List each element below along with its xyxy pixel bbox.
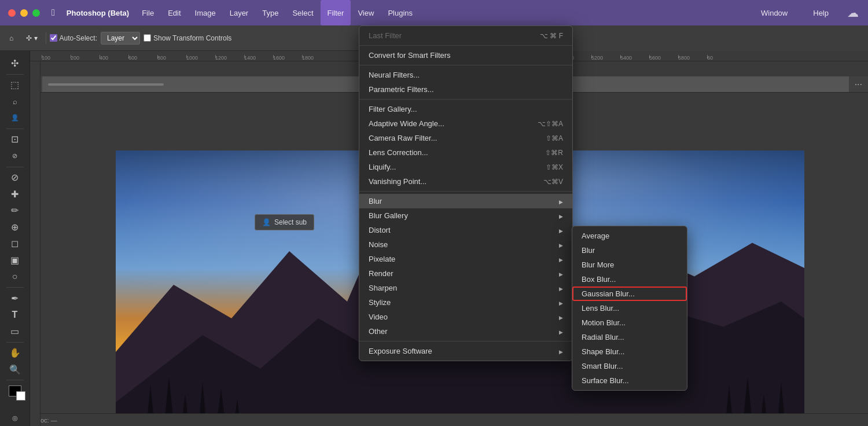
blur-more-label: Blur More bbox=[582, 260, 614, 269]
tool-hand[interactable]: ✋ bbox=[6, 345, 24, 361]
tool-clone[interactable]: ⊕ bbox=[6, 219, 24, 235]
submenu-radial-blur[interactable]: Radial Blur... bbox=[572, 330, 687, 344]
submenu-blur[interactable]: Blur bbox=[572, 243, 687, 258]
auto-select-type[interactable]: Layer Group bbox=[101, 32, 140, 45]
last-filter-label: Last Filter bbox=[369, 31, 402, 40]
parametric-label: Parametric Filters... bbox=[369, 85, 434, 94]
menu-parametric[interactable]: Parametric Filters... bbox=[359, 82, 572, 97]
tick-800: 800 bbox=[157, 55, 186, 61]
tool-select-rect[interactable]: ⬚ bbox=[6, 77, 24, 93]
menu-blur[interactable]: Blur bbox=[359, 194, 572, 208]
lens-correction-label: Lens Correction... bbox=[369, 148, 428, 157]
tick-5600: 5600 bbox=[649, 55, 678, 61]
tool-eyedropper[interactable]: ⊘ bbox=[6, 170, 24, 186]
tool-eraser[interactable]: ◻ bbox=[6, 236, 24, 252]
submenu-smart-blur[interactable]: Smart Blur... bbox=[572, 359, 687, 373]
select-subject-button[interactable]: 👤 Select sub bbox=[255, 214, 314, 230]
tool-crop[interactable]: ⊡ bbox=[6, 132, 24, 148]
submenu-lens-blur[interactable]: Lens Blur... bbox=[572, 301, 687, 315]
menu-window[interactable]: Window bbox=[754, 9, 795, 17]
menu-select[interactable]: Select bbox=[285, 0, 320, 25]
tool-lasso[interactable]: ⌕ bbox=[6, 94, 24, 109]
pixelate-arrow-icon bbox=[559, 255, 563, 263]
menu-adaptive-wide[interactable]: Adaptive Wide Angle... ⌥⇧⌘A bbox=[359, 116, 572, 131]
menu-distort[interactable]: Distort bbox=[359, 223, 572, 237]
background-color[interactable] bbox=[16, 391, 25, 401]
show-transform-label: Show Transform Controls bbox=[153, 34, 231, 42]
foreground-color[interactable] bbox=[9, 385, 21, 396]
adaptive-wide-shortcut: ⌥⇧⌘A bbox=[538, 120, 563, 128]
average-label: Average bbox=[582, 232, 609, 240]
menu-filter-gallery[interactable]: Filter Gallery... bbox=[359, 102, 572, 116]
menu-last-filter[interactable]: Last Filter ⌥ ⌘ F bbox=[359, 28, 572, 43]
distort-label: Distort bbox=[369, 226, 391, 234]
tool-shape[interactable]: ▭ bbox=[6, 324, 24, 339]
menu-noise[interactable]: Noise bbox=[359, 237, 572, 252]
menu-blur-gallery[interactable]: Blur Gallery bbox=[359, 208, 572, 223]
tool-pen[interactable]: ✒ bbox=[6, 291, 24, 306]
menu-exposure-software[interactable]: Exposure Software bbox=[359, 344, 572, 358]
distort-arrow-icon bbox=[559, 226, 563, 234]
tick-1200: 1200 bbox=[215, 55, 244, 61]
auto-select-checkbox[interactable]: Auto-Select: bbox=[50, 34, 97, 42]
submenu-box-blur[interactable]: Box Blur... bbox=[572, 272, 687, 287]
menu-image[interactable]: Image bbox=[188, 0, 223, 25]
video-label: Video bbox=[369, 313, 388, 321]
tool-quick-mask[interactable]: ◎ bbox=[6, 410, 24, 426]
lens-blur-label: Lens Blur... bbox=[582, 304, 619, 313]
menu-sharpen[interactable]: Sharpen bbox=[359, 281, 572, 295]
tool-type[interactable]: T bbox=[6, 307, 24, 323]
menu-file[interactable]: File bbox=[135, 0, 161, 25]
submenu-surface-blur[interactable]: Surface Blur... bbox=[572, 373, 687, 388]
home-button[interactable]: ⌂ bbox=[5, 32, 18, 44]
menu-help[interactable]: Help bbox=[806, 9, 836, 17]
app-name[interactable]: Photoshop (Beta) bbox=[61, 0, 135, 25]
tick-1400: 1400 bbox=[244, 55, 273, 61]
radial-blur-label: Radial Blur... bbox=[582, 333, 624, 341]
submenu-motion-blur[interactable]: Motion Blur... bbox=[572, 315, 687, 330]
menu-type[interactable]: Type bbox=[255, 0, 285, 25]
menu-camera-raw[interactable]: Camera Raw Filter... ⇧⌘A bbox=[359, 131, 572, 145]
render-label: Render bbox=[369, 269, 393, 278]
menu-neural-filters[interactable]: Neural Filters... bbox=[359, 68, 572, 82]
menu-filter[interactable]: Filter bbox=[321, 0, 351, 25]
submenu-shape-blur[interactable]: Shape Blur... bbox=[572, 344, 687, 359]
minimize-button[interactable] bbox=[20, 9, 28, 17]
menu-edit[interactable]: Edit bbox=[161, 0, 187, 25]
separator-5 bbox=[359, 341, 572, 341]
tool-brush[interactable]: ✏ bbox=[6, 203, 24, 219]
tool-move[interactable]: ✣ bbox=[6, 56, 24, 71]
submenu-blur-more[interactable]: Blur More bbox=[572, 258, 687, 272]
tool-object-select[interactable]: 👤 bbox=[6, 110, 24, 126]
menu-layer[interactable]: Layer bbox=[223, 0, 256, 25]
menu-liquify[interactable]: Liquify... ⇧⌘X bbox=[359, 160, 572, 174]
tool-dodge[interactable]: ○ bbox=[6, 269, 24, 285]
menu-view[interactable]: View bbox=[351, 0, 381, 25]
menu-vanishing-point[interactable]: Vanishing Point... ⌥⌘V bbox=[359, 174, 572, 189]
box-blur-label: Box Blur... bbox=[582, 275, 616, 284]
submenu-gaussian-blur[interactable]: Gaussian Blur... bbox=[572, 287, 687, 301]
menu-stylize[interactable]: Stylize bbox=[359, 295, 572, 310]
maximize-button[interactable] bbox=[32, 9, 40, 17]
apple-icon[interactable]:  bbox=[52, 8, 55, 18]
move-tool-btn[interactable]: ✣ ▾ bbox=[21, 32, 42, 44]
traffic-lights bbox=[0, 9, 40, 17]
tab-more-icon[interactable]: ··· bbox=[849, 79, 868, 90]
tool-zoom[interactable]: 🔍 bbox=[6, 362, 24, 377]
menu-other[interactable]: Other bbox=[359, 324, 572, 339]
menu-convert-smart[interactable]: Convert for Smart Filters bbox=[359, 48, 572, 63]
blur-label: Blur bbox=[369, 197, 382, 205]
tool-healing[interactable]: ✚ bbox=[6, 186, 24, 202]
menu-plugins[interactable]: Plugins bbox=[381, 0, 420, 25]
menu-video[interactable]: Video bbox=[359, 310, 572, 324]
close-button[interactable] bbox=[8, 9, 16, 17]
menu-render[interactable]: Render bbox=[359, 266, 572, 281]
tick-6000: 60 bbox=[707, 55, 736, 61]
submenu-average[interactable]: Average bbox=[572, 229, 687, 243]
show-transform-checkbox[interactable]: Show Transform Controls bbox=[144, 34, 231, 42]
separator-4 bbox=[359, 191, 572, 192]
tool-slice[interactable]: ⊘ bbox=[6, 148, 24, 164]
menu-lens-correction[interactable]: Lens Correction... ⇧⌘R bbox=[359, 145, 572, 160]
tool-gradient[interactable]: ▣ bbox=[6, 252, 24, 268]
menu-pixelate[interactable]: Pixelate bbox=[359, 252, 572, 266]
